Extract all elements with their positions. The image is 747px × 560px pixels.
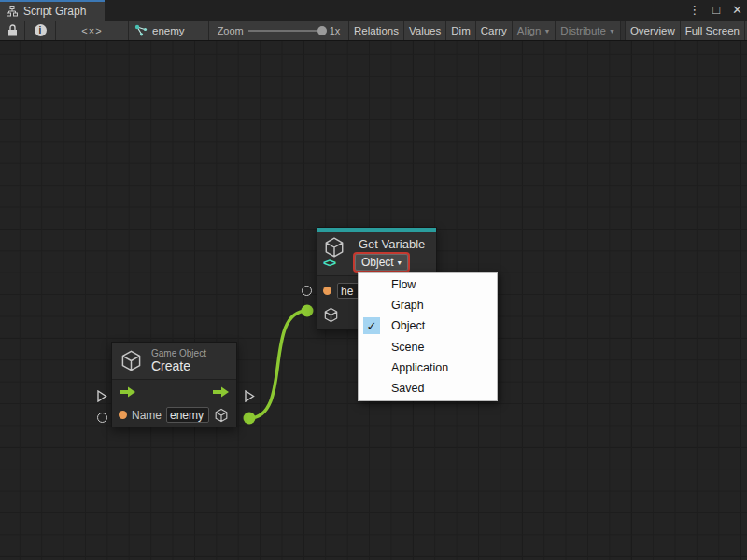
create-flow-input-port[interactable] xyxy=(96,390,107,402)
chevron-down-icon: ▼ xyxy=(543,28,550,35)
menu-item-application[interactable]: Application xyxy=(359,357,497,378)
menu-item-graph[interactable]: Graph xyxy=(359,295,497,315)
create-name-row: Name enemy xyxy=(112,403,236,427)
flow-out-arrow-icon[interactable] xyxy=(212,386,230,398)
titlebar: Script Graph ⋮ □ ✕ xyxy=(0,0,747,21)
create-node-header[interactable]: Game Object Create xyxy=(112,343,236,379)
zoom-slider-handle[interactable] xyxy=(317,26,327,35)
toolbar-button-values[interactable]: Values xyxy=(404,21,446,40)
object-port-cube-icon[interactable] xyxy=(323,307,339,323)
breadcrumb[interactable]: enemy xyxy=(129,21,209,40)
code-brackets-icon: <> xyxy=(323,256,335,270)
tab-script-graph[interactable]: Script Graph xyxy=(0,0,105,21)
code-icon: <×> xyxy=(81,25,102,36)
node-game-object-create[interactable]: Game Object Create Name enemy xyxy=(111,342,237,427)
info-icon: i xyxy=(35,24,47,36)
toolbar-button-fullscreen[interactable]: Full Screen xyxy=(681,21,745,40)
string-port-icon[interactable] xyxy=(119,411,127,419)
toolbar-button-overview[interactable]: Overview xyxy=(626,21,681,40)
toolbar-button-distribute[interactable]: Distribute ▼ xyxy=(556,21,621,40)
name-value-input[interactable]: enemy xyxy=(166,407,209,423)
lock-button[interactable] xyxy=(0,21,25,40)
create-name-input-port[interactable] xyxy=(97,413,107,423)
name-port-label: Name xyxy=(132,409,162,422)
node-type-label: Game Object xyxy=(151,348,206,358)
getvar-node-header[interactable]: <> Get Variable Object ▾ xyxy=(317,232,436,275)
toolbar-button-dim[interactable]: Dim xyxy=(446,21,475,40)
zoom-slider[interactable] xyxy=(248,30,325,32)
flow-in-arrow-icon[interactable] xyxy=(119,386,136,398)
menu-item-scene[interactable]: Scene xyxy=(359,337,497,357)
script-graph-icon xyxy=(7,6,18,17)
checkmark-icon: ✓ xyxy=(363,317,380,334)
toolbar-button-relations[interactable]: Relations xyxy=(349,21,404,40)
chevron-down-icon: ▾ xyxy=(398,259,402,267)
code-toggle-button[interactable]: <×> xyxy=(56,21,129,40)
getvar-name-input-port[interactable] xyxy=(302,286,312,296)
tab-label: Script Graph xyxy=(23,5,86,18)
node-title: Get Variable xyxy=(359,237,425,251)
graph-toolbar: i <×> enemy Zoom 1x Relations Values Dim… xyxy=(0,21,747,41)
close-button[interactable]: ✕ xyxy=(732,0,742,21)
create-flow-row xyxy=(112,379,236,403)
lock-icon xyxy=(7,24,18,36)
node-title: Create xyxy=(151,358,206,373)
zoom-label: Zoom xyxy=(218,25,244,36)
menu-item-object[interactable]: ✓ Object xyxy=(359,315,497,336)
info-button[interactable]: i xyxy=(25,21,56,40)
variable-scope-menu: Flow Graph ✓ Object Scene Application Sa… xyxy=(358,272,498,401)
create-flow-output-port[interactable] xyxy=(244,390,255,402)
maximize-button[interactable]: □ xyxy=(712,0,720,21)
chevron-down-icon: ▼ xyxy=(609,28,615,35)
menu-item-saved[interactable]: Saved xyxy=(359,378,497,399)
window-controls: ⋮ □ ✕ xyxy=(688,0,742,21)
zoom-level: 1x xyxy=(330,25,341,36)
window-menu-button[interactable]: ⋮ xyxy=(688,0,700,21)
variable-scope-dropdown[interactable]: Object ▾ xyxy=(355,254,408,271)
graph-asset-icon xyxy=(134,24,148,36)
breadcrumb-graph-name: enemy xyxy=(152,25,185,36)
gameobject-output-cube-icon[interactable] xyxy=(214,408,229,423)
toolbar-button-carry[interactable]: Carry xyxy=(476,21,513,40)
menu-item-flow[interactable]: Flow xyxy=(359,274,497,295)
string-port-icon[interactable] xyxy=(323,287,331,295)
zoom-control: Zoom 1x xyxy=(209,21,349,40)
game-object-cube-icon xyxy=(120,349,143,372)
toolbar-button-align[interactable]: Align ▼ xyxy=(513,21,557,40)
